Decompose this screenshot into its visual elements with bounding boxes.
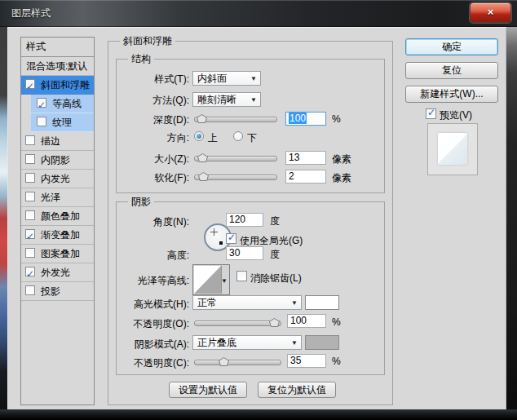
depth-unit: % <box>332 113 341 125</box>
sidebar-item-satin[interactable]: ✓ 光泽 <box>21 188 94 207</box>
check-icon: ✓ <box>26 228 34 245</box>
check-icon: ✓ <box>427 107 435 118</box>
antialias-label: 消除锯齿(L) <box>250 272 302 285</box>
altitude-unit: 度 <box>270 248 280 262</box>
shadow-color-swatch[interactable] <box>305 335 339 350</box>
gloss-contour-picker[interactable]: ▼ <box>192 264 230 295</box>
highlight-opacity-input[interactable]: 100 <box>287 314 326 328</box>
checkbox-icon[interactable]: ✓ <box>37 117 46 126</box>
checkbox-icon[interactable]: ✓ <box>37 98 46 108</box>
sidebar-item-gradient-overlay[interactable]: ✓ 渐变叠加 <box>21 226 94 245</box>
sidebar-item-label: 投影 <box>41 282 60 300</box>
sidebar-item-outer-glow[interactable]: ✓ 外发光 <box>21 263 94 282</box>
highlight-mode-dropdown[interactable]: 正常 ▼ <box>192 295 302 310</box>
slider-track <box>194 360 281 365</box>
chevron-down-icon: ▼ <box>250 75 257 82</box>
technique-dropdown-value: 雕刻清晰 <box>197 94 236 105</box>
chevron-down-icon: ▼ <box>291 339 298 347</box>
slider-thumb[interactable] <box>269 318 280 327</box>
mouse-crosshair-cursor <box>210 228 218 236</box>
antialias-checkbox[interactable]: ✓ <box>236 271 247 281</box>
checkbox-icon[interactable]: ✓ <box>25 173 35 183</box>
set-default-button[interactable]: 设置为默认值 <box>169 382 247 398</box>
checkbox-icon[interactable]: ✓ <box>25 229 35 239</box>
sidebar-item-texture[interactable]: ✓ 纹理 <box>31 113 94 132</box>
sidebar-item-inner-glow[interactable]: ✓ 内发光 <box>21 170 94 188</box>
shadow-mode-dropdown[interactable]: 正片叠底 ▼ <box>192 335 302 350</box>
direction-label: 方向: <box>114 131 189 145</box>
checkbox-icon[interactable]: ✓ <box>25 267 35 276</box>
preview-checkbox[interactable]: ✓ <box>426 108 436 119</box>
slider-thumb[interactable] <box>219 357 229 366</box>
technique-label: 方法(Q): <box>114 94 189 108</box>
checkbox-icon[interactable]: ✓ <box>25 79 35 89</box>
sidebar-item-color-overlay[interactable]: ✓ 颜色叠加 <box>21 207 94 226</box>
reset-default-button[interactable]: 复位为默认值 <box>258 382 336 398</box>
sidebar-item-stroke[interactable]: ✓ 描边 <box>21 132 94 151</box>
global-light-checkbox[interactable]: ✓ <box>226 233 236 244</box>
highlight-mode-value: 正常 <box>197 297 217 308</box>
slider-thumb[interactable] <box>197 114 207 123</box>
soften-input[interactable]: 2 <box>285 170 326 183</box>
checkbox-icon[interactable]: ✓ <box>25 192 35 201</box>
shadow-opacity-input[interactable]: 35 <box>287 354 326 368</box>
direction-down-radio[interactable] <box>233 131 243 141</box>
checkbox-icon[interactable]: ✓ <box>25 154 35 164</box>
size-input-value: 13 <box>289 152 299 163</box>
close-button[interactable]: × <box>470 2 511 23</box>
sidebar-item-contour[interactable]: ✓ 等高线 <box>31 95 94 113</box>
sidebar-item-label: 纹理 <box>52 113 72 131</box>
angle-input[interactable]: 120 <box>226 213 263 227</box>
sidebar-item-inner-shadow[interactable]: ✓ 内阴影 <box>21 151 94 170</box>
depth-slider[interactable] <box>194 114 277 124</box>
style-label: 样式(T): <box>114 73 189 86</box>
gloss-contour-label: 光泽等高线: <box>114 274 189 288</box>
check-icon: ✓ <box>228 232 236 243</box>
checkbox-icon[interactable]: ✓ <box>25 248 35 258</box>
checkbox-icon[interactable]: ✓ <box>25 210 35 220</box>
highlight-opacity-slider[interactable] <box>194 318 281 328</box>
reset-button[interactable]: 复位 <box>405 62 498 79</box>
sidebar-item-bevel-emboss[interactable]: ✓ 斜面和浮雕 <box>21 76 94 95</box>
size-label: 大小(Z): <box>114 153 189 166</box>
sidebar-item-label: 光泽 <box>41 188 60 206</box>
window-title: 图层样式 <box>11 7 51 20</box>
new-style-button[interactable]: 新建样式(W)... <box>405 86 498 103</box>
size-input[interactable]: 13 <box>285 151 326 165</box>
direction-up-label: 上 <box>208 131 218 145</box>
shadow-opacity-slider[interactable] <box>194 357 281 367</box>
chevron-down-icon: ▼ <box>291 299 298 307</box>
highlight-color-swatch[interactable] <box>305 295 339 310</box>
preview-bevel-square <box>438 133 467 165</box>
checkbox-icon[interactable]: ✓ <box>25 135 35 145</box>
highlight-opacity-label: 不透明度(O): <box>114 317 189 331</box>
title-bar[interactable]: 图层样式 × <box>0 0 517 27</box>
window-frame-right <box>506 27 517 409</box>
checkbox-icon[interactable]: ✓ <box>25 285 35 295</box>
technique-dropdown[interactable]: 雕刻清晰 ▼ <box>192 92 261 107</box>
depth-input[interactable]: 100 <box>285 112 326 126</box>
soften-slider[interactable] <box>194 172 277 182</box>
style-dropdown[interactable]: 内斜面 ▼ <box>192 71 261 86</box>
altitude-input[interactable]: 30 <box>226 246 263 260</box>
style-dropdown-value: 内斜面 <box>197 73 227 84</box>
sidebar-header: 样式 <box>21 38 94 57</box>
sidebar-item-drop-shadow[interactable]: ✓ 投影 <box>21 282 94 301</box>
altitude-label: 高度: <box>114 249 189 263</box>
layer-style-dialog: 图层样式 × 样式 混合选项:默认 ✓ 斜面和浮雕 ✓ 等高线 ✓ 纹理 ✓ 描… <box>0 0 517 420</box>
check-icon: ✓ <box>38 96 46 113</box>
highlight-opacity-unit: % <box>332 316 341 328</box>
ok-button[interactable]: 确定 <box>405 38 498 55</box>
angle-input-value: 120 <box>229 214 245 225</box>
shadow-opacity-label: 不透明度(C): <box>114 356 189 370</box>
shadow-mode-value: 正片叠底 <box>197 337 236 348</box>
sidebar-item-label: 描边 <box>41 132 60 150</box>
size-slider[interactable] <box>194 153 277 163</box>
sidebar-item-pattern-overlay[interactable]: ✓ 图案叠加 <box>21 245 94 263</box>
slider-thumb[interactable] <box>197 153 208 162</box>
slider-thumb[interactable] <box>198 172 209 181</box>
check-icon: ✓ <box>26 77 34 95</box>
soften-unit: 像素 <box>332 171 351 185</box>
direction-up-radio[interactable] <box>194 131 204 141</box>
sidebar-item-blending-options[interactable]: 混合选项:默认 <box>21 57 94 76</box>
